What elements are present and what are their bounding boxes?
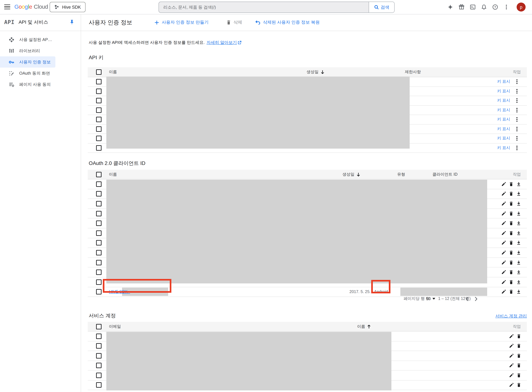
sort-by-name[interactable]: 이름 xyxy=(357,324,371,329)
download-icon[interactable] xyxy=(516,221,521,226)
row-checkbox[interactable] xyxy=(96,117,102,122)
sort-by-created[interactable]: 생성일 xyxy=(342,172,360,177)
more-options-icon[interactable] xyxy=(515,79,519,84)
delete-icon[interactable] xyxy=(509,201,513,206)
delete-icon[interactable] xyxy=(517,383,521,387)
edit-icon[interactable] xyxy=(501,231,506,236)
delete-icon[interactable] xyxy=(517,373,521,378)
avatar[interactable]: p xyxy=(517,3,526,12)
edit-icon[interactable] xyxy=(509,344,514,348)
edit-icon[interactable] xyxy=(501,201,506,206)
edit-icon[interactable] xyxy=(501,270,506,275)
download-icon[interactable] xyxy=(516,231,521,236)
sort-by-created[interactable]: 생성일 xyxy=(307,69,324,75)
manage-service-accounts-link[interactable]: 서비스 계정 관리 xyxy=(495,313,527,319)
edit-icon[interactable] xyxy=(501,241,506,245)
show-key-link[interactable]: 키 표시 xyxy=(497,126,510,132)
gift-icon[interactable] xyxy=(456,0,467,14)
delete-icon[interactable] xyxy=(517,363,521,368)
more-options-icon[interactable] xyxy=(515,126,519,132)
delete-icon[interactable] xyxy=(509,260,513,265)
delete-icon[interactable] xyxy=(509,231,513,236)
show-key-link[interactable]: 키 표시 xyxy=(497,136,510,141)
row-checkbox[interactable] xyxy=(96,182,102,187)
select-all-checkbox[interactable] xyxy=(96,324,102,329)
cloud-shell-icon[interactable] xyxy=(467,0,478,14)
row-checkbox[interactable] xyxy=(96,201,102,206)
row-checkbox[interactable] xyxy=(96,270,102,275)
download-icon[interactable] xyxy=(516,211,521,216)
row-checkbox[interactable] xyxy=(96,240,102,246)
download-icon[interactable] xyxy=(516,250,521,255)
project-selector[interactable]: Hive SDK xyxy=(50,2,85,12)
edit-icon[interactable] xyxy=(509,334,514,339)
edit-icon[interactable] xyxy=(509,353,514,358)
row-checkbox[interactable] xyxy=(96,383,102,388)
edit-icon[interactable] xyxy=(501,280,506,285)
more-options-icon[interactable] xyxy=(515,98,519,103)
row-checkbox[interactable] xyxy=(96,363,102,368)
delete-icon[interactable] xyxy=(509,221,513,226)
show-key-link[interactable]: 키 표시 xyxy=(497,79,510,84)
row-checkbox[interactable] xyxy=(96,98,102,103)
delete-icon[interactable] xyxy=(509,270,513,275)
delete-credentials-button[interactable]: 삭제 xyxy=(226,14,242,31)
row-checkbox[interactable] xyxy=(96,220,102,226)
row-checkbox[interactable] xyxy=(96,250,102,255)
more-options-icon[interactable] xyxy=(515,145,519,150)
delete-icon[interactable] xyxy=(509,241,513,245)
delete-icon[interactable] xyxy=(509,280,513,285)
delete-icon[interactable] xyxy=(509,250,513,255)
delete-icon[interactable] xyxy=(517,353,521,358)
row-checkbox[interactable] xyxy=(96,79,102,84)
download-icon[interactable] xyxy=(516,182,521,187)
select-all-checkbox[interactable] xyxy=(96,69,102,75)
download-icon[interactable] xyxy=(516,191,521,196)
pin-icon[interactable] xyxy=(70,19,74,25)
row-checkbox[interactable] xyxy=(96,211,102,216)
edit-icon[interactable] xyxy=(509,373,514,378)
row-checkbox[interactable] xyxy=(96,145,102,151)
delete-icon[interactable] xyxy=(509,182,513,187)
help-icon[interactable]: ? xyxy=(489,0,501,14)
delete-icon[interactable] xyxy=(517,334,521,339)
learn-more-link[interactable]: 자세히 알아보기 xyxy=(207,40,242,46)
menu-icon[interactable] xyxy=(4,5,10,9)
edit-icon[interactable] xyxy=(501,182,506,187)
next-page-icon[interactable] xyxy=(472,295,480,303)
notifications-bell-icon[interactable] xyxy=(478,0,489,14)
download-icon[interactable] xyxy=(516,201,521,206)
row-checkbox[interactable] xyxy=(96,230,102,236)
more-vert-icon[interactable] xyxy=(501,0,512,14)
download-icon[interactable] xyxy=(516,241,521,245)
more-options-icon[interactable] xyxy=(515,117,519,122)
edit-icon[interactable] xyxy=(501,211,506,216)
more-options-icon[interactable] xyxy=(515,107,519,113)
row-checkbox[interactable] xyxy=(96,343,102,349)
select-all-checkbox[interactable] xyxy=(96,172,102,177)
sidebar-item[interactable]: 사용자 인증 정보 xyxy=(0,56,56,68)
edit-icon[interactable] xyxy=(501,191,506,196)
gemini-sparkle-icon[interactable] xyxy=(445,0,456,14)
download-icon[interactable] xyxy=(516,280,521,285)
search-button[interactable]: 검색 xyxy=(369,2,394,13)
more-options-icon[interactable] xyxy=(515,136,519,141)
row-checkbox[interactable] xyxy=(96,107,102,113)
sidebar-item[interactable]: 사용 설정된 AP… xyxy=(0,34,81,45)
restore-credentials-button[interactable]: 삭제된 사용자 인증 정보 복원 xyxy=(255,14,320,31)
row-checkbox[interactable] xyxy=(96,353,102,359)
sidebar-item[interactable]: 라이브러리 xyxy=(0,45,81,56)
edit-icon[interactable] xyxy=(509,363,514,368)
show-key-link[interactable]: 키 표시 xyxy=(497,145,510,151)
row-checkbox[interactable] xyxy=(96,334,102,339)
edit-icon[interactable] xyxy=(501,250,506,255)
edit-icon[interactable] xyxy=(501,221,506,226)
show-key-link[interactable]: 키 표시 xyxy=(497,107,510,113)
row-checkbox[interactable] xyxy=(96,191,102,197)
more-options-icon[interactable] xyxy=(515,89,519,94)
sidebar-item[interactable]: 페이지 사용 동의 xyxy=(0,79,81,90)
edit-icon[interactable] xyxy=(501,260,506,265)
delete-icon[interactable] xyxy=(509,191,513,196)
search-input[interactable] xyxy=(159,2,369,13)
row-checkbox[interactable] xyxy=(96,260,102,265)
